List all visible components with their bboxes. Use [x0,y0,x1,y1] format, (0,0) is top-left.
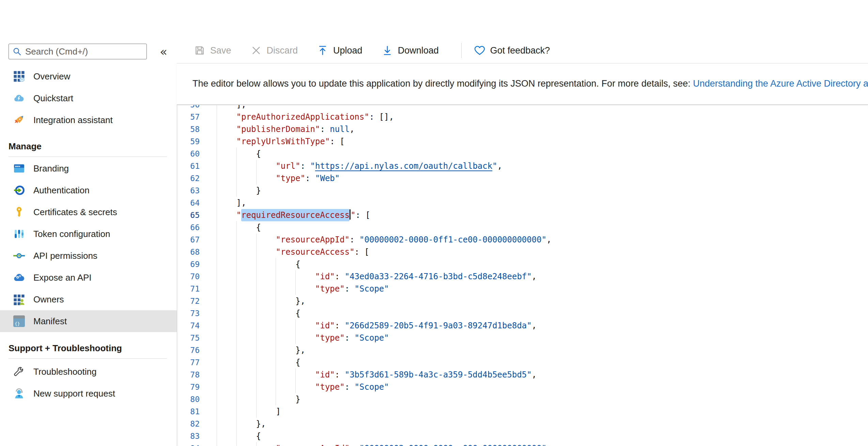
code-line[interactable]: 78"id": "3b5f3d61-589b-4a3c-a359-5dd4b5e… [177,369,868,381]
code-line[interactable]: 70"id": "43ed0a33-2264-4716-b3bd-c5d8e24… [177,270,868,283]
save-icon [194,45,205,56]
code-token: { [295,309,300,318]
code-token: "Scope" [355,382,389,392]
code-token: "43ed0a33-2264-4716-b3bd-c5d8e248eebf" [345,272,532,281]
download-button[interactable]: Download [382,45,439,56]
code-line[interactable]: 81] [177,405,868,418]
code-text: "id": "266d2589-20b5-4f91-9a03-89247d1be… [217,319,537,332]
code-line[interactable]: 59"replyUrlsWithType": [ [177,135,868,148]
indent-guide [217,381,217,393]
code-token: " [236,210,241,220]
indent-guide [256,405,257,418]
code-line[interactable]: 69{ [177,258,868,270]
code-line[interactable]: 67"resourceAppId": "00000002-0000-0ff1-c… [177,234,868,246]
code-line[interactable]: 62"type": "Web" [177,172,868,184]
indent-guide [236,332,237,344]
line-number: 61 [177,160,200,172]
code-text: }, [217,344,305,356]
code-line[interactable]: 77{ [177,356,868,369]
indent-guide [217,344,217,356]
sidebar-item-branding[interactable]: wwwBranding [0,158,177,179]
collapse-sidebar-icon[interactable]: « [154,43,173,60]
code-token: "id" [315,370,335,380]
code-line[interactable]: 61"url": "https://api.nylas.com/oauth/ca… [177,160,868,172]
line-number: 75 [177,332,200,344]
search-input[interactable] [9,44,147,59]
code-line[interactable]: 80} [177,393,868,405]
code-line[interactable]: 71"type": "Scope" [177,283,868,295]
indent-guide [276,270,276,283]
save-button[interactable]: Save [194,45,231,56]
code-line[interactable]: 56], [177,105,868,111]
sidebar-item-integration-assistant[interactable]: Integration assistant [0,109,177,131]
sidebar-item-troubleshooting[interactable]: Troubleshooting [0,361,177,383]
indent-guide [217,270,217,283]
quickstart-icon [13,92,25,104]
indent-guide [276,332,276,344]
code-line[interactable]: 57"preAuthorizedApplications": [], [177,111,868,123]
sidebar-item-token-configuration[interactable]: Token configuration [0,223,177,245]
manifest-json-editor[interactable]: 56],57"preAuthorizedApplications": [],58… [177,105,868,446]
code-token: "id" [315,272,335,281]
code-token: , [532,272,537,281]
sidebar-item-overview[interactable]: Overview [0,65,177,87]
line-number: 67 [177,234,200,246]
code-line[interactable]: 83{ [177,430,868,442]
code-line[interactable]: 72}, [177,295,868,307]
indent-guide [217,369,217,381]
code-text: { [217,356,300,369]
code-line[interactable]: 60{ [177,148,868,160]
code-text: "resourceAccess": [ [217,246,369,258]
indent-guide [295,319,296,332]
manifest-docs-link[interactable]: Understanding the Azure Active Directory… [693,78,868,89]
sidebar-item-manifest[interactable]: {}Manifest [0,310,177,332]
expose-api-icon [13,271,25,284]
upload-button[interactable]: Upload [317,45,362,56]
code-line[interactable]: 79"type": "Scope" [177,381,868,393]
sidebar-search [9,44,147,59]
indent-guide [217,184,217,197]
code-line[interactable]: 63} [177,184,868,197]
indent-guide [217,172,217,184]
indent-guide [217,123,217,135]
sidebar-item-label: Branding [33,163,69,174]
code-line[interactable]: 65"requiredResourceAccess": [ [177,209,868,221]
sidebar-item-new-support-request[interactable]: New support request [0,383,177,404]
url-link[interactable]: https://api.nylas.com/oauth/callback [315,161,492,171]
indent-guide [295,283,296,295]
code-line[interactable]: 58"publisherDomain": null, [177,123,868,135]
discard-button[interactable]: Discard [250,45,298,56]
section-title-support: Support + Troubleshooting [9,343,122,354]
code-line[interactable]: 68"resourceAccess": [ [177,246,868,258]
sidebar-item-authentication[interactable]: Authentication [0,179,177,201]
code-token: : [350,235,359,244]
sidebar-item-certificates-secrets[interactable]: Certificates & secrets [0,201,177,223]
sidebar-item-api-permissions[interactable]: API permissions [0,245,177,267]
code-text: "preAuthorizedApplications": [], [217,111,394,123]
code-line[interactable]: 82}, [177,418,868,430]
support-person-icon [13,387,25,400]
indent-guide [256,319,257,332]
code-line[interactable]: 64], [177,197,868,209]
line-number: 74 [177,319,200,332]
indent-guide [217,246,217,258]
code-token: : [350,444,359,446]
sidebar-item-quickstart[interactable]: Quickstart [0,87,177,109]
code-line[interactable]: 74"id": "266d2589-20b5-4f91-9a03-89247d1… [177,319,868,332]
code-token: "resourceAppId" [276,444,350,446]
code-text: { [217,148,261,160]
feedback-button[interactable]: Got feedback? [474,45,550,56]
svg-text:www: www [15,165,20,167]
code-line[interactable]: 73{ [177,307,868,319]
code-token: "266d2589-20b5-4f91-9a03-89247d1be8da" [345,321,532,330]
toolbar-button-label: Save [210,45,231,56]
sidebar-item-expose-an-api[interactable]: Expose an API [0,267,177,288]
code-line[interactable]: 76}, [177,344,868,356]
code-line[interactable]: 75"type": "Scope" [177,332,868,344]
line-number: 64 [177,197,200,209]
code-line[interactable]: 84"resourceAppId": "00000003-0000-0000-c… [177,442,868,446]
line-number: 66 [177,221,200,234]
code-line[interactable]: 66{ [177,221,868,234]
indent-guide [256,381,257,393]
sidebar-item-owners[interactable]: Owners [0,288,177,310]
